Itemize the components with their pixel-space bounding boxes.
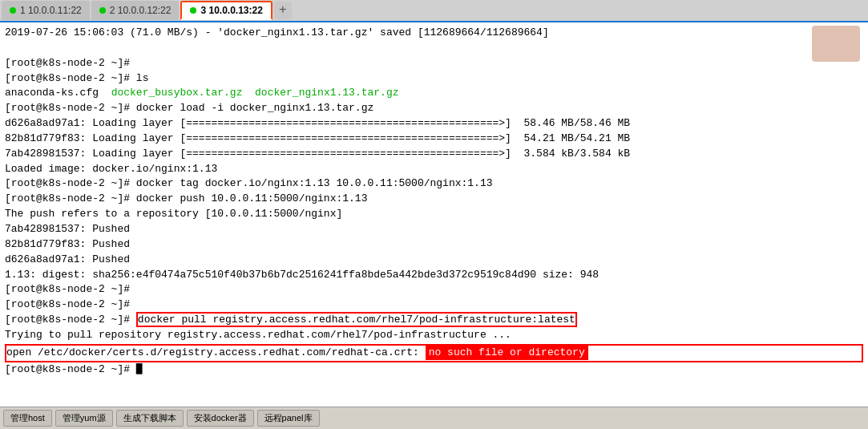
- terminal-line-10: [root@k8s-node-2 ~]# docker tag docker.i…: [5, 176, 863, 192]
- terminal-line-18: [root@k8s-node-2 ~]#: [5, 297, 863, 313]
- tab-1[interactable]: 1 10.0.0.11:22: [2, 1, 90, 20]
- terminal-line-4: anaconda-ks.cfg docker_busybox.tar.gz do…: [5, 86, 863, 101]
- tab-label-1: 1 10.0.0.11:22: [20, 5, 82, 16]
- tab-2[interactable]: 2 10.0.0.12:22: [91, 1, 180, 20]
- terminal-line-7: 82b81d779f83: Loading layer [===========…: [5, 132, 863, 147]
- terminal-line-0: 2019-07-26 15:06:03 (71.0 MB/s) - 'docke…: [5, 26, 863, 41]
- terminal-area[interactable]: 2019-07-26 15:06:03 (71.0 MB/s) - 'docke…: [0, 22, 868, 407]
- tab-dot-2: [99, 7, 106, 14]
- error-text: no such file or directory: [426, 345, 588, 360]
- terminal-error-line: open /etc/docker/certs.d/registry.access…: [5, 344, 863, 362]
- taskbar-item-0[interactable]: 管理host: [3, 410, 52, 427]
- taskbar-item-1[interactable]: 管理yum源: [55, 410, 113, 427]
- terminal-line-19: [root@k8s-node-2 ~]# docker pull registr…: [5, 313, 863, 328]
- tab-label-2: 2 10.0.0.12:22: [110, 5, 172, 16]
- terminal-line-1: [5, 41, 863, 56]
- taskbar-item-4[interactable]: 远程panel库: [257, 410, 320, 427]
- avatar: [812, 26, 860, 62]
- terminal-line-3: [root@k8s-node-2 ~]# ls: [5, 71, 863, 87]
- highlighted-command: docker pull registry.access.redhat.com/r…: [136, 312, 577, 327]
- tab-bar: 1 10.0.0.11:22 2 10.0.0.12:22 3 10.0.0.1…: [0, 0, 868, 22]
- taskbar: 管理host 管理yum源 生成下载脚本 安装docker器 远程panel库: [0, 407, 868, 429]
- terminal-line-22: [root@k8s-node-2 ~]#: [5, 362, 863, 378]
- tab-dot-3: [190, 7, 196, 14]
- tab-label-3: 3 10.0.0.13:22: [200, 5, 262, 16]
- tab-add-button[interactable]: +: [274, 2, 292, 19]
- file-busybox: docker_busybox.tar.gz: [111, 87, 243, 99]
- terminal-line-6: d626a8ad97a1: Loading layer [===========…: [5, 116, 863, 132]
- tab-dot-1: [10, 7, 16, 14]
- terminal-line-12: The push refers to a repository [10.0.0.…: [5, 207, 863, 222]
- terminal-line-8: 7ab428981537: Loading layer [===========…: [5, 147, 863, 162]
- terminal-line-9: Loaded image: docker.io/nginx:1.13: [5, 162, 863, 177]
- file-nginx: docker_nginx1.13.tar.gz: [255, 87, 398, 99]
- terminal-line-2: [root@k8s-node-2 ~]#: [5, 56, 863, 71]
- taskbar-item-3[interactable]: 安装docker器: [187, 410, 254, 427]
- terminal-line-5: [root@k8s-node-2 ~]# docker load -i dock…: [5, 101, 863, 116]
- terminal-line-15: d626a8ad97a1: Pushed: [5, 253, 863, 268]
- terminal-line-17: [root@k8s-node-2 ~]#: [5, 282, 863, 297]
- terminal-line-20: Trying to pull repository registry.acces…: [5, 328, 863, 343]
- taskbar-item-2[interactable]: 生成下载脚本: [116, 410, 184, 427]
- terminal-line-16: 1.13: digest: sha256:e4f0474a75c510f40b3…: [5, 268, 863, 283]
- cursor: [136, 363, 143, 375]
- tab-3[interactable]: 3 10.0.0.13:22: [180, 1, 272, 20]
- terminal-line-14: 82b81d779f83: Pushed: [5, 237, 863, 253]
- terminal-line-13: 7ab428981537: Pushed: [5, 222, 863, 237]
- terminal-line-11: [root@k8s-node-2 ~]# docker push 10.0.0.…: [5, 192, 863, 207]
